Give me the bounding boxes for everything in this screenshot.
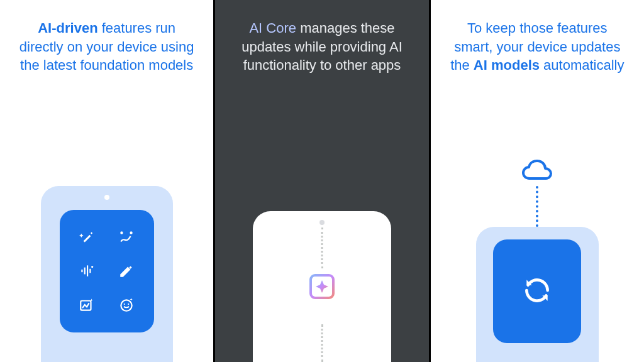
dotted-line-cloud — [536, 186, 538, 227]
dotted-line-top — [321, 228, 323, 268]
panel-updates: To keep those features smart, your devic… — [431, 0, 644, 362]
svg-rect-5 — [89, 269, 91, 273]
feature-grid — [60, 210, 154, 332]
cloud-sync-area — [476, 158, 599, 362]
image-sparkle-icon — [74, 292, 101, 317]
svg-point-1 — [121, 232, 122, 233]
panel-ai-driven: AI-driven features run directly on your … — [0, 0, 213, 362]
panel-ai-core: AI Core manages these updates while prov… — [213, 0, 430, 362]
headline-2: AI Core manages these updates while prov… — [234, 19, 409, 75]
svg-point-0 — [131, 232, 132, 233]
svg-point-6 — [91, 266, 93, 268]
dotted-line-bottom — [321, 324, 323, 362]
headline-1-bold: AI-driven — [38, 20, 97, 36]
svg-point-10 — [128, 304, 129, 305]
headline-3-post: automatically — [540, 57, 625, 73]
edit-pen-icon — [113, 259, 140, 284]
magic-wand-icon — [74, 225, 101, 250]
svg-point-8 — [121, 300, 131, 311]
audio-bars-icon — [74, 259, 101, 284]
svg-point-9 — [124, 304, 125, 305]
sync-icon — [521, 275, 553, 309]
headline-2-bold: AI Core — [249, 20, 296, 36]
headline-3: To keep those features smart, your devic… — [450, 19, 625, 75]
svg-rect-2 — [81, 270, 82, 272]
sparkle-path-icon — [113, 225, 140, 250]
svg-rect-4 — [87, 266, 88, 277]
phone-mockup-2 — [253, 211, 391, 362]
headline-3-bold: AI models — [474, 57, 540, 73]
smile-sparkle-icon — [113, 292, 140, 317]
headline-1: AI-driven features run directly on your … — [19, 19, 194, 75]
cloud-icon — [519, 158, 555, 186]
sync-card — [493, 239, 581, 343]
ai-chip-icon — [302, 266, 342, 307]
phone-mockup-1 — [41, 186, 173, 362]
phone-mockup-3 — [476, 227, 599, 362]
svg-rect-3 — [84, 268, 86, 275]
